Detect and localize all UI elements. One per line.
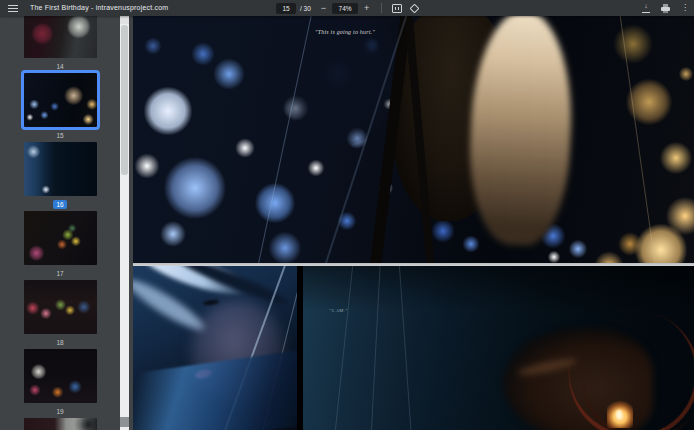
document-view: "This is going to hurt." "5 AM." [129,16,694,430]
thumbnail-label-14: 14 [56,62,63,71]
thumbnail-image-16 [24,142,97,196]
thumbnail-page-19[interactable]: 19 [24,349,97,418]
print-icon[interactable] [661,4,670,13]
thumbnail-label-18: 18 [56,338,63,347]
download-icon[interactable]: ↓ [642,4,650,13]
rotate-icon[interactable] [410,3,420,13]
thumbnail-image-14 [24,16,97,58]
face-panel [133,266,297,430]
more-options-icon[interactable]: ⋮ [681,0,689,16]
page-15: "This is going to hurt." [133,16,694,263]
blue-drape-shape [133,349,297,430]
toolbar: The First Birthday - intravenusproject.c… [0,0,694,16]
toolbar-right-controls: ↓ ⋮ [642,0,689,16]
thumbnail-page-17[interactable]: 17 [24,211,97,280]
thumbnail-label-16-current: 16 [53,200,66,209]
thumbnail-stack: 14 15 16 17 18 19 [0,16,120,430]
menu-icon[interactable] [8,5,18,12]
balloon-string-line [370,266,381,430]
thumbnail-page-15[interactable]: 15 [24,73,97,142]
thumbnail-label-17: 17 [56,269,63,278]
thumbnail-page-18[interactable]: 18 [24,280,97,349]
scrollbar-thumb[interactable] [121,25,128,175]
zoom-level-input[interactable]: 74% [332,3,358,14]
thumbnail-page-16[interactable]: 16 [24,142,97,211]
thumbnail-label-15: 15 [56,131,63,140]
page-16: "5 AM." [133,266,694,430]
scrollbar-up-button[interactable] [120,16,129,24]
thumbnail-image-20 [24,418,97,430]
zoom-in-button[interactable]: + [364,0,369,16]
thumbnail-page-14[interactable]: 14 [24,16,97,73]
thumbnail-sidebar: 14 15 16 17 18 19 [0,16,120,430]
sidebar-scrollbar-track[interactable] [120,16,129,430]
thumbnail-image-17 [24,211,97,265]
page-15-caption: "This is going to hurt." [265,29,425,35]
page-zoom-controls: 15 / 30 − 74% + [276,0,418,16]
toolbar-separator [381,3,382,13]
thumbnail-page-20[interactable] [24,418,97,430]
pdf-viewer-window: The First Birthday - intravenusproject.c… [0,0,694,430]
dark-panel: "5 AM." [303,266,694,430]
thumbnail-image-19 [24,349,97,403]
page-16-dialogue: "5 AM." [329,308,347,313]
page-number-input[interactable]: 15 [276,3,296,14]
page-total-label: / 30 [300,5,311,12]
fit-to-page-icon[interactable] [392,4,402,13]
balloon-string-line [617,16,660,263]
candle-flame-core [616,410,622,419]
zoom-out-button[interactable]: − [321,0,326,16]
document-title: The First Birthday - intravenusproject.c… [30,0,168,16]
thumbnail-label-19: 19 [56,407,63,416]
thumbnail-image-18 [24,280,97,334]
balloon-string-line [398,266,412,430]
scrollbar-down-button[interactable] [120,417,129,427]
thumbnail-image-15 [24,73,97,127]
balloon-string-line [333,266,354,430]
